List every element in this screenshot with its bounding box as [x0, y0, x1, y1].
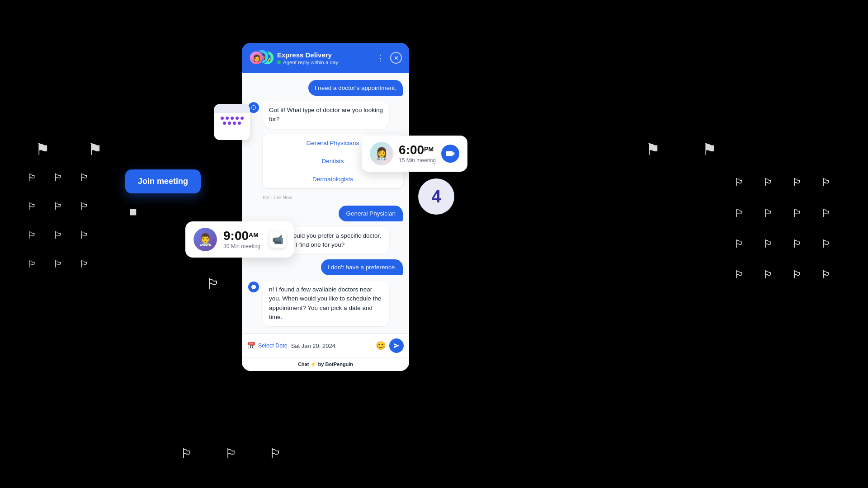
chat-footer: Chat ⚡ by BotPenguin [242, 357, 409, 371]
bubble-bot-1: Got it! What type of doctor are you look… [263, 101, 389, 129]
background-decoration: ⚑ ⚑ 🏳 ◼ ⚑ ⚑ 🏳 🏳 🏳 🏳 🏳 🏳 🏳 🏳 🏳 🏳 🏳 🏳 🏳 🏳 … [0, 0, 868, 488]
chat-body: I need a doctor's appointment. Got it! W… [242, 73, 409, 333]
chat-input-bar: 📅 Select Date Sat Jan 20, 2024 😊 [242, 333, 409, 357]
bubble-user-gp: General Physician [339, 206, 403, 221]
bubble-user-nopref: I don't have a preference. [321, 259, 403, 275]
header-avatar-1: 👩 [249, 51, 264, 65]
select-date-button[interactable]: 📅 Select Date [247, 342, 288, 350]
header-avatars: 👩 👩 👩 [249, 49, 273, 66]
header-subtitle: Agent reply within a day [277, 60, 370, 65]
meeting-card-am: 👨‍⚕️ 9:00AM 30 Min meeting 📹 [185, 221, 294, 258]
date-value: Sat Jan 20, 2024 [291, 343, 372, 349]
online-indicator [277, 61, 281, 64]
doctor-avatar-am: 👨‍⚕️ [193, 228, 217, 251]
number-badge: 4 [418, 178, 454, 215]
bot-avatar-3 [248, 282, 259, 292]
header-actions: ⋮ ✕ [375, 52, 402, 64]
menu-button[interactable]: ⋮ [375, 52, 387, 64]
bubble-bot-3: n! I found a few available doctors near … [263, 281, 389, 326]
footer-chat-text: Chat [298, 361, 309, 367]
send-button[interactable] [389, 338, 404, 353]
meeting-card-pm: 👩‍⚕️ 6:00PM 15 Min meeting [362, 136, 467, 172]
footer-brand: BotPenguin [325, 361, 353, 367]
option-dermatologists[interactable]: Dermatologists [263, 170, 403, 188]
message-user-1: I need a doctor's appointment. [248, 80, 403, 96]
footer-bolt: ⚡ [310, 361, 316, 367]
join-meeting-button[interactable]: Join meeting [125, 169, 201, 193]
calendar-icon: 📅 [247, 342, 256, 350]
message-bot-1: Got it! What type of doctor are you look… [248, 101, 403, 129]
footer-by: by [318, 361, 325, 367]
meeting-time-pm: 6:00PM 15 Min meeting [399, 144, 436, 164]
chat-widget: 👩 👩 👩 Express Delivery Agent reply withi… [242, 43, 409, 371]
close-button[interactable]: ✕ [390, 52, 402, 64]
bubble-user-1: I need a doctor's appointment. [308, 80, 403, 96]
header-info: Express Delivery Agent reply within a da… [277, 51, 370, 65]
calendar-widget [214, 104, 250, 140]
header-title: Express Delivery [277, 51, 370, 59]
message-bot-3: n! I found a few available doctors near … [248, 281, 403, 326]
zoom-icon [441, 145, 459, 163]
chat-header: 👩 👩 👩 Express Delivery Agent reply withi… [242, 43, 409, 73]
meeting-time-am: 9:00AM 30 Min meeting [223, 230, 260, 249]
message-user-gp: General Physician [248, 206, 403, 221]
emoji-button[interactable]: 😊 [376, 341, 386, 351]
doctor-avatar-pm: 👩‍⚕️ [370, 142, 393, 165]
message-user-nopref: I don't have a preference. [248, 259, 403, 275]
bot-timestamp: Bot · Just Now [248, 195, 403, 200]
header-subtitle-text: Agent reply within a day [283, 60, 338, 65]
select-date-label: Select Date [258, 343, 288, 349]
